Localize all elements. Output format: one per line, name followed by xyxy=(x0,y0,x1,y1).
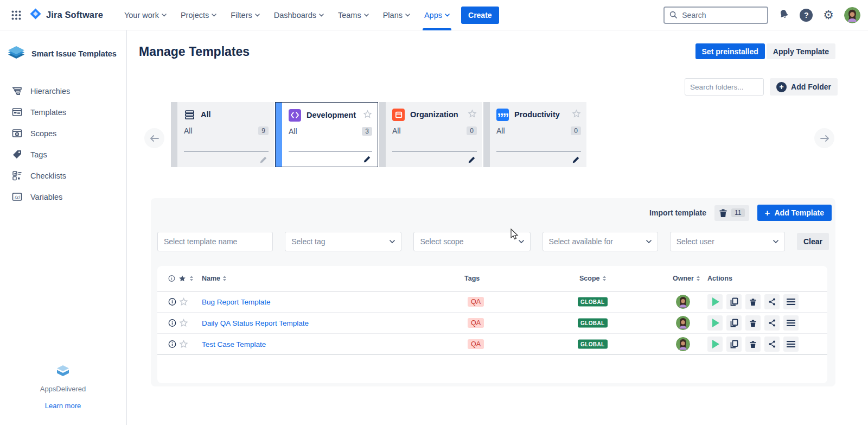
star-icon[interactable] xyxy=(179,319,188,328)
copy-template-button[interactable] xyxy=(726,315,742,331)
folder-card-organization[interactable]: Organization All 0 xyxy=(379,102,482,167)
copy-template-button[interactable] xyxy=(726,294,742,309)
app-title: Smart Issue Templates xyxy=(31,49,117,58)
header-actions: Set preinstalled Apply Template xyxy=(695,43,835,59)
global-search[interactable] xyxy=(663,7,768,24)
sidebar-item-tags[interactable]: Tags xyxy=(0,144,126,165)
clear-filters-button[interactable]: Clear xyxy=(797,233,829,250)
template-name-link[interactable]: Daily QA Status Report Template xyxy=(202,319,309,327)
copy-template-button[interactable] xyxy=(726,337,742,352)
filter-user-select[interactable]: Select user xyxy=(670,232,785,251)
run-template-button[interactable] xyxy=(707,315,723,331)
settings-gear-icon[interactable]: ⚙ xyxy=(823,9,834,21)
carousel-next-button[interactable] xyxy=(814,128,834,148)
nav-filters[interactable]: Filters xyxy=(224,0,266,30)
share-icon xyxy=(768,297,776,306)
nav-dashboards[interactable]: Dashboards xyxy=(267,0,331,30)
code-icon xyxy=(289,109,301,122)
sidebar-item-scopes[interactable]: Scopes xyxy=(0,123,126,144)
template-name-link[interactable]: Test Case Template xyxy=(202,340,266,348)
notifications-icon[interactable] xyxy=(778,9,789,22)
delete-template-button[interactable] xyxy=(745,315,761,331)
app-switcher-icon[interactable] xyxy=(8,7,25,24)
main-menu: Your work Projects Filters Dashboards Te… xyxy=(117,0,457,30)
star-icon[interactable] xyxy=(179,297,188,307)
edit-pencil-icon[interactable] xyxy=(572,156,580,164)
info-icon[interactable] xyxy=(168,340,176,348)
delete-template-button[interactable] xyxy=(745,337,761,352)
delete-template-button[interactable] xyxy=(745,294,761,309)
nav-projects[interactable]: Projects xyxy=(174,0,224,30)
search-folders-input[interactable] xyxy=(685,78,764,96)
filter-tag-select[interactable]: Select tag xyxy=(285,232,401,251)
sidebar-item-templates[interactable]: Templates xyxy=(0,102,126,123)
filter-scope-select[interactable]: Select scope xyxy=(413,232,530,251)
edit-pencil-icon[interactable] xyxy=(363,155,371,163)
chevron-down-icon xyxy=(364,14,369,17)
more-actions-button[interactable] xyxy=(783,315,799,331)
folder-card-all[interactable]: All All 9 xyxy=(171,102,274,167)
nav-teams[interactable]: Teams xyxy=(331,0,376,30)
folder-card-productivity[interactable]: ”” Productivity All 0 xyxy=(483,102,586,167)
owner-avatar xyxy=(676,316,690,330)
nav-apps[interactable]: Apps xyxy=(417,0,457,30)
nav-your-work[interactable]: Your work xyxy=(117,0,174,30)
favorite-header-icon[interactable] xyxy=(178,275,186,282)
sort-favorite-icon[interactable] xyxy=(190,276,193,281)
filter-available-for-select[interactable]: Select available for xyxy=(542,232,658,251)
quote-icon: ”” xyxy=(496,109,509,121)
scope-badge: GLOBAL xyxy=(578,297,608,307)
share-template-button[interactable] xyxy=(764,337,780,352)
column-header-owner[interactable]: Owner xyxy=(673,275,700,282)
add-folder-button[interactable]: + Add Folder xyxy=(770,78,838,96)
star-icon[interactable] xyxy=(179,340,188,349)
star-icon[interactable] xyxy=(572,109,581,120)
folder-card-development[interactable]: Development All 3 xyxy=(275,102,378,167)
column-header-scope[interactable]: Scope xyxy=(579,275,606,282)
edit-pencil-icon[interactable] xyxy=(468,156,476,164)
create-button[interactable]: Create xyxy=(461,7,499,24)
more-actions-button[interactable] xyxy=(783,337,799,352)
chevron-down-icon xyxy=(319,14,324,17)
template-row: Bug Report Template QA GLOBAL xyxy=(157,291,827,313)
carousel-prev-button[interactable] xyxy=(144,128,164,148)
set-preinstalled-button[interactable]: Set preinstalled xyxy=(695,43,765,59)
user-avatar[interactable] xyxy=(844,7,860,23)
more-actions-button[interactable] xyxy=(783,294,799,309)
run-template-button[interactable] xyxy=(707,337,723,352)
svg-text:(x): (x) xyxy=(14,195,20,200)
column-header-name[interactable]: Name xyxy=(202,275,226,282)
sort-icon xyxy=(223,276,226,281)
trash-icon xyxy=(749,298,757,306)
import-template-link[interactable]: Import template xyxy=(649,208,706,217)
owner-avatar xyxy=(676,295,690,309)
deleted-count-badge: 11 xyxy=(731,208,744,217)
share-template-button[interactable] xyxy=(764,294,780,309)
apply-template-button[interactable]: Apply Template xyxy=(767,43,835,59)
jira-brand[interactable]: Jira Software xyxy=(29,8,103,22)
add-template-button[interactable]: + Add Template xyxy=(757,205,832,221)
app-sidebar: Smart Issue Templates Hierarchies Templa… xyxy=(0,30,127,425)
star-icon[interactable] xyxy=(468,109,477,120)
help-icon[interactable]: ? xyxy=(800,9,813,22)
learn-more-link[interactable]: Learn more xyxy=(45,402,81,410)
deleted-templates-button[interactable]: 11 xyxy=(714,205,749,221)
menu-icon xyxy=(787,341,795,347)
star-icon[interactable] xyxy=(363,110,372,120)
info-icon[interactable] xyxy=(168,298,176,306)
templates-icon xyxy=(12,107,22,117)
template-name-link[interactable]: Bug Report Template xyxy=(202,298,271,306)
sidebar-item-variables[interactable]: (x) Variables xyxy=(0,186,126,207)
run-template-button[interactable] xyxy=(707,294,723,309)
filter-template-name[interactable] xyxy=(157,232,273,251)
template-name-input[interactable] xyxy=(164,237,266,246)
row-actions xyxy=(707,315,799,331)
folder-card-stripe xyxy=(379,102,386,167)
sidebar-item-checklists[interactable]: Checklists xyxy=(0,165,126,186)
sidebar-item-hierarchies[interactable]: Hierarchies xyxy=(0,80,126,102)
nav-plans[interactable]: Plans xyxy=(376,0,417,30)
edit-pencil-icon[interactable] xyxy=(259,156,267,164)
share-template-button[interactable] xyxy=(764,315,780,331)
search-input[interactable] xyxy=(682,11,758,20)
info-icon[interactable] xyxy=(168,319,176,327)
